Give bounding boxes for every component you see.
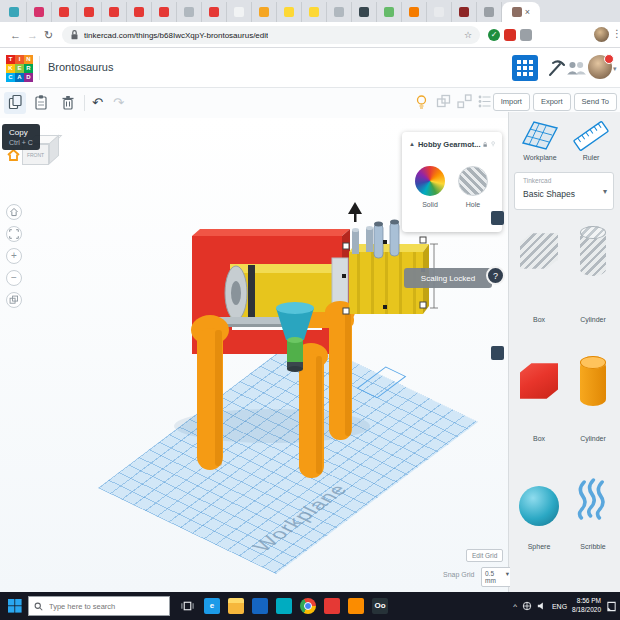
back-icon[interactable]: ← <box>10 28 21 42</box>
start-button[interactable] <box>8 599 22 613</box>
hole-swatch[interactable] <box>458 166 488 196</box>
dashboard-grid-button[interactable] <box>512 55 538 81</box>
copy-button[interactable] <box>7 94 24 111</box>
taskbar-search[interactable] <box>28 596 170 616</box>
browser-tab[interactable] <box>27 2 52 22</box>
browser-tab[interactable] <box>477 2 502 22</box>
panel-collapse-icon[interactable]: ▲ <box>409 141 415 147</box>
import-button[interactable]: Import <box>493 93 530 111</box>
move-up-arrow[interactable] <box>348 202 362 214</box>
browser-tab[interactable] <box>152 2 177 22</box>
shape-box-hole[interactable] <box>517 230 561 294</box>
extension-red-icon[interactable] <box>504 29 516 41</box>
viewport-canvas[interactable]: Workplane <box>0 118 510 592</box>
browser-tab[interactable] <box>402 2 427 22</box>
taskbar-app-app-orange[interactable] <box>348 598 364 614</box>
browser-tab[interactable] <box>202 2 227 22</box>
speaker-icon[interactable] <box>537 601 547 611</box>
perspective-toggle-button[interactable] <box>6 292 22 308</box>
send-to-button[interactable]: Send To <box>574 93 617 111</box>
tinkercad-logo[interactable]: TINKERCAD <box>6 55 33 82</box>
browser-tab[interactable] <box>227 2 252 22</box>
network-icon[interactable] <box>522 601 532 611</box>
panel-scroll-marker-top[interactable] <box>491 211 504 225</box>
browser-tab[interactable] <box>452 2 477 22</box>
browser-avatar[interactable] <box>594 27 609 42</box>
panel-scroll-marker-bottom[interactable] <box>491 346 504 360</box>
solid-swatch[interactable] <box>415 166 445 196</box>
notification-center-icon[interactable] <box>606 601 617 612</box>
browser-tab[interactable] <box>252 2 277 22</box>
extension-gray-icon[interactable] <box>520 29 532 41</box>
taskbar-app-app-blue[interactable] <box>252 598 268 614</box>
language-indicator[interactable]: ENG <box>552 603 567 610</box>
ruler-tool[interactable] <box>569 112 613 152</box>
steel-peg-1[interactable] <box>352 230 359 254</box>
align-icon[interactable] <box>477 94 492 109</box>
extension-check-icon[interactable]: ✓ <box>488 29 500 41</box>
browser-tab[interactable] <box>77 2 102 22</box>
task-view-icon[interactable] <box>180 599 195 613</box>
fit-view-button[interactable] <box>6 226 22 242</box>
undo-button[interactable]: ↶ <box>92 94 103 112</box>
forward-icon[interactable]: → <box>27 28 38 42</box>
edit-grid-button[interactable]: Edit Grid <box>466 549 503 562</box>
search-input[interactable] <box>47 601 161 612</box>
taskbar-app-app-dark[interactable]: Oo <box>372 598 388 614</box>
shape-sphere[interactable] <box>517 478 561 542</box>
shape-library-select[interactable]: Tinkercad Basic Shapes ▾ <box>514 172 614 210</box>
tab-close-icon[interactable]: × <box>525 8 530 17</box>
help-badge[interactable]: ? <box>486 266 505 285</box>
taskbar-app-chrome[interactable] <box>300 598 316 614</box>
browser-tab[interactable] <box>102 2 127 22</box>
browser-tab[interactable] <box>427 2 452 22</box>
red-frame-top-face[interactable] <box>192 229 350 236</box>
taskbar-app-file-explorer[interactable] <box>228 598 244 614</box>
browser-tab[interactable] <box>277 2 302 22</box>
zoom-out-button[interactable]: − <box>6 270 22 286</box>
home-button[interactable] <box>6 204 22 220</box>
green-cylinder[interactable] <box>287 340 303 364</box>
bookmark-star-icon[interactable]: ☆ <box>464 30 472 40</box>
browser-tab-active[interactable]: × <box>502 2 540 22</box>
browser-tab[interactable] <box>377 2 402 22</box>
bulb-icon[interactable] <box>491 138 495 150</box>
tray-chevron-icon[interactable]: ^ <box>513 602 517 611</box>
lock-icon[interactable] <box>483 139 487 150</box>
shape-name[interactable]: Hobby Gearmot... <box>418 140 481 149</box>
browser-tab[interactable] <box>352 2 377 22</box>
browser-tab[interactable] <box>302 2 327 22</box>
browser-tab[interactable] <box>177 2 202 22</box>
refresh-icon[interactable]: ↻ <box>44 28 53 42</box>
snap-grid-select[interactable]: 0.5 mm ▾ <box>481 567 510 587</box>
group-icon[interactable] <box>436 94 451 109</box>
account-caret-icon[interactable]: ▾ <box>613 65 617 73</box>
shape-box-solid[interactable] <box>517 360 561 424</box>
omnibox[interactable]: tinkercad.com/things/b68IwcXqpY-brontosa… <box>62 26 480 44</box>
pickaxe-icon[interactable] <box>546 58 566 78</box>
shape-cylinder-solid[interactable] <box>571 358 615 422</box>
ungroup-icon[interactable] <box>457 94 472 109</box>
taskbar-app-edge[interactable]: e <box>204 598 220 614</box>
taskbar-clock[interactable]: 8:56 PM 8/18/2020 <box>572 597 601 615</box>
steel-peg-2[interactable] <box>366 228 373 252</box>
workplane-tool[interactable] <box>518 112 562 152</box>
taskbar-app-app-red[interactable] <box>324 598 340 614</box>
blue-tube-2[interactable] <box>390 222 399 256</box>
export-button[interactable]: Export <box>533 93 571 111</box>
browser-menu-icon[interactable]: ⋮ <box>612 28 620 39</box>
home-view-icon[interactable] <box>6 148 21 162</box>
browser-tab[interactable] <box>127 2 152 22</box>
taskbar-app-app-teal[interactable] <box>276 598 292 614</box>
zoom-in-button[interactable]: + <box>6 248 22 264</box>
delete-button[interactable] <box>60 94 76 111</box>
redo-button[interactable]: ↷ <box>113 94 124 112</box>
show-all-bulb-icon[interactable] <box>414 94 429 110</box>
gallery-people-icon[interactable] <box>566 58 586 78</box>
browser-tab[interactable] <box>327 2 352 22</box>
browser-tab[interactable] <box>2 2 27 22</box>
browser-tab[interactable] <box>52 2 77 22</box>
blue-tube-1[interactable] <box>374 224 383 258</box>
shape-scribble[interactable] <box>571 474 615 538</box>
shape-cylinder-hole[interactable] <box>571 228 615 292</box>
